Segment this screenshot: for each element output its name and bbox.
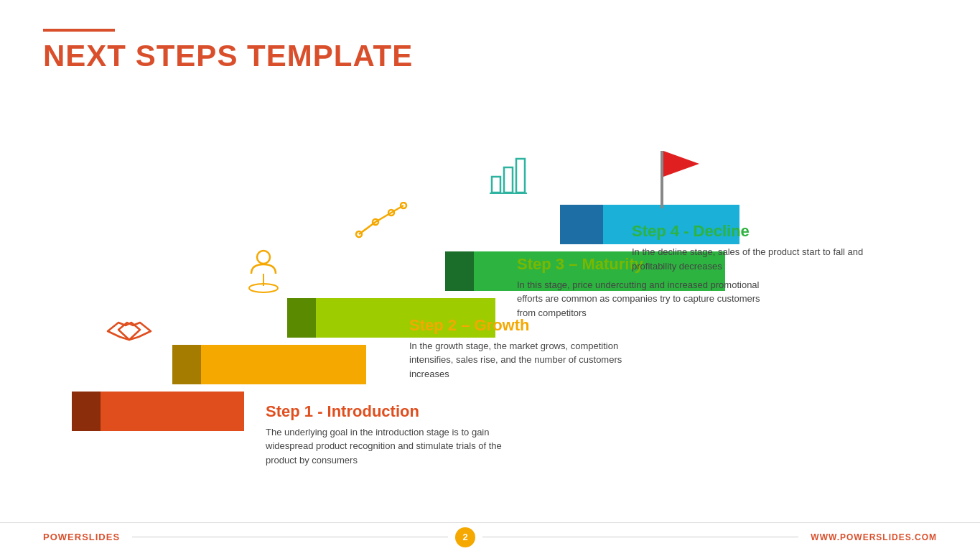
page-title: NEXT STEPS TEMPLATE: [43, 39, 413, 73]
step1-bar: [72, 392, 244, 431]
step1-title: Step 1 - Introduction: [266, 402, 517, 421]
step4-bar-dark: [445, 251, 474, 291]
brand-black: POWER: [43, 532, 82, 542]
step2-bar-dark: [172, 345, 201, 384]
person-icon-container: [244, 249, 284, 302]
step5-bar-dark: [560, 205, 603, 244]
step2-bar-main: [201, 345, 366, 384]
step2-bar: [172, 345, 366, 384]
footer-brand: POWERSLIDES: [43, 532, 120, 542]
main-content: Step 1 - Introduction The underlying goa…: [0, 108, 980, 510]
svg-rect-1: [492, 177, 500, 193]
brand-red: SLIDES: [82, 532, 120, 542]
footer-line-right: [482, 537, 798, 537]
step3-desc: In this stage, price undercutting and in…: [517, 278, 768, 320]
line-chart-icon: [352, 202, 409, 249]
page-number: 2: [455, 527, 475, 547]
step2-text: Step 2 – Growth In the growth stage, the…: [409, 316, 661, 381]
step4-text: Step 4 - Decline In the decline stage, s…: [632, 222, 883, 273]
footer-line-left: [132, 537, 448, 537]
svg-rect-2: [504, 167, 513, 193]
step2-desc: In the growth stage, the market grows, c…: [409, 339, 661, 381]
footer-center: 2: [132, 527, 798, 547]
person-icon: [244, 249, 284, 299]
bar-chart-icon-container: [488, 152, 535, 201]
step1-bar-main: [101, 392, 244, 431]
footer: POWERSLIDES 2 WWW.POWERSLIDES.COM: [0, 522, 980, 551]
header: NEXT STEPS TEMPLATE: [43, 29, 413, 73]
bar-chart-icon: [488, 152, 535, 198]
step1-text: Step 1 - Introduction The underlying goa…: [266, 402, 517, 468]
flag-container: [646, 151, 663, 208]
step3-bar-dark: [287, 298, 316, 338]
flag-icon: [663, 151, 706, 183]
header-accent-line: [43, 29, 115, 32]
svg-point-9: [257, 251, 270, 264]
title-red: TEMPLATE: [247, 39, 413, 73]
title-black: NEXT STEPS: [43, 39, 247, 73]
footer-website: WWW.POWERSLIDES.COM: [811, 532, 937, 542]
step4-title: Step 4 - Decline: [632, 222, 883, 241]
svg-rect-3: [516, 159, 525, 193]
svg-marker-0: [663, 151, 699, 177]
handshake-icon-container: [104, 310, 154, 356]
step1-desc: The underlying goal in the introduction …: [266, 425, 517, 468]
line-chart-icon-container: [352, 202, 409, 251]
handshake-icon: [104, 310, 154, 353]
step1-bar-dark: [72, 392, 101, 431]
step4-desc: In the decline stage, sales of the produ…: [632, 245, 883, 273]
